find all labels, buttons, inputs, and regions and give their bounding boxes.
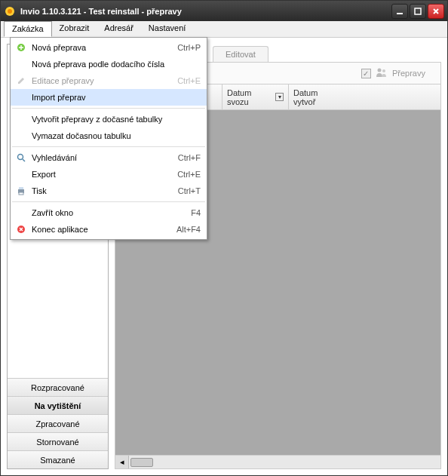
menu-zavrit-okno[interactable]: Zavřít okno F4 (11, 204, 207, 221)
plus-icon (14, 42, 29, 53)
edit-icon (14, 75, 29, 86)
svg-rect-3 (415, 8, 421, 14)
svg-rect-10 (19, 192, 23, 195)
menu-konec-aplikace[interactable]: Konec aplikace Alt+F4 (11, 221, 207, 238)
menu-nova-preprava-dodaci[interactable]: Nová přeprava podle dodacího čísla (11, 56, 207, 72)
menu-vytvorit-docasne[interactable]: Vytvořit přepravy z dočasné tabulky (11, 111, 207, 127)
print-icon (14, 186, 29, 196)
people-icon (376, 67, 388, 79)
zakazka-dropdown: Nová přeprava Ctrl+P Nová přeprava podle… (10, 37, 207, 240)
filter-smazane[interactable]: Smazané (8, 450, 108, 468)
titlebar: Invio 1.10.3.121 - Test reinstall - přep… (1, 1, 447, 21)
window-title: Invio 1.10.3.121 - Test reinstall - přep… (20, 7, 391, 16)
menu-zobrazit[interactable]: Zobrazit (52, 21, 97, 37)
prepravy-checkbox[interactable]: ✓ (361, 69, 371, 78)
menu-vyhledavani[interactable]: Vyhledávání Ctrl+F (11, 149, 207, 166)
menu-nastaveni[interactable]: Nastavení (141, 21, 194, 37)
filter-zpracovane[interactable]: Zpracované (8, 414, 108, 432)
menu-vymazat-docasnou[interactable]: Vymazat dočasnou tabulku (11, 127, 207, 144)
menu-separator (12, 146, 205, 147)
menu-adresar[interactable]: Adresář (97, 21, 141, 37)
horizontal-scrollbar[interactable]: ◂ (115, 456, 441, 469)
close-icon (14, 224, 29, 235)
prepravy-label: Přepravy (392, 69, 425, 78)
filter-stornovane[interactable]: Stornované (8, 432, 108, 450)
menu-import-preprav[interactable]: Import přeprav (11, 89, 207, 106)
svg-point-4 (377, 69, 381, 72)
svg-rect-2 (397, 13, 403, 14)
chevron-down-icon[interactable]: ▾ (275, 93, 284, 101)
maximize-button[interactable] (410, 4, 426, 19)
menu-nova-preprava[interactable]: Nová přeprava Ctrl+P (11, 39, 207, 56)
menu-tisk[interactable]: Tisk Ctrl+T (11, 183, 207, 199)
scrollbar-thumb[interactable] (130, 458, 153, 467)
svg-point-1 (8, 9, 12, 14)
app-icon (4, 5, 16, 17)
menu-editace-prepravy: Editace přepravy Ctrl+E (11, 72, 207, 89)
tab-editovat[interactable]: Editovat (213, 46, 268, 62)
close-button[interactable] (428, 4, 444, 19)
menubar: Zakázka Zobrazit Adresář Nastavení (1, 21, 447, 38)
menu-separator (12, 108, 205, 109)
app-window: Invio 1.10.3.121 - Test reinstall - přep… (0, 0, 448, 476)
filter-buttons: Rozpracované Na vytištění Zpracované Sto… (8, 378, 108, 468)
search-icon (14, 152, 29, 163)
svg-rect-9 (19, 187, 23, 189)
minimize-button[interactable] (391, 4, 408, 19)
menu-separator (12, 201, 205, 202)
col-datum-svozu[interactable]: Datum svozu▾ (222, 84, 289, 109)
menu-export[interactable]: Export Ctrl+E (11, 166, 207, 183)
col-datum-vytvor[interactable]: Datum vytvoř (289, 84, 440, 109)
filter-na-vytisteni[interactable]: Na vytištění (8, 396, 108, 414)
menu-zakazka[interactable]: Zakázka (4, 21, 52, 37)
filter-rozpracovane[interactable]: Rozpracované (8, 378, 108, 396)
scroll-left-arrow[interactable]: ◂ (115, 456, 129, 468)
svg-point-5 (382, 69, 385, 72)
svg-point-7 (18, 155, 23, 160)
